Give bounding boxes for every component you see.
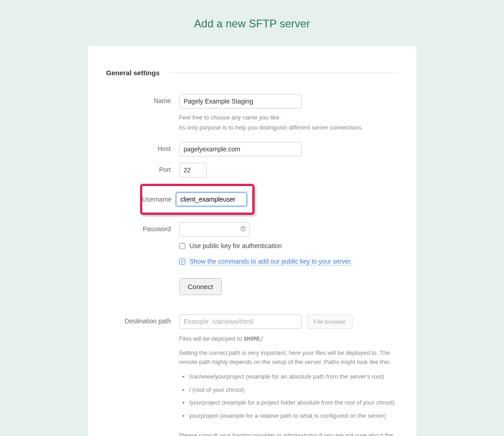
- destination-description: Setting the correct path is very importa…: [179, 348, 398, 367]
- username-label: Username: [142, 196, 176, 203]
- info-icon: ?: [179, 259, 185, 265]
- deploy-note: Files will be deployed to $HOME/: [179, 335, 398, 342]
- deploy-code: $HOME/: [244, 336, 263, 342]
- deploy-prefix: Files will be deployed to: [179, 335, 244, 342]
- connect-button[interactable]: Connect: [179, 278, 222, 295]
- username-highlight: Username: [140, 184, 255, 215]
- svg-point-1: [242, 227, 244, 228]
- path-example: yourproject (example for a relative path…: [189, 411, 398, 420]
- section-title: General settings: [106, 69, 169, 77]
- section-header: General settings: [106, 69, 398, 77]
- name-input[interactable]: [179, 94, 301, 109]
- name-help-2: Its only purpose is to help you distingu…: [179, 123, 398, 132]
- password-manager-icon[interactable]: [240, 226, 246, 234]
- file-browser-button[interactable]: File browser: [307, 315, 353, 329]
- path-example: /var/www/yourproject (example for an abs…: [189, 372, 398, 381]
- section-divider: [169, 73, 398, 73]
- show-commands-link[interactable]: Show the commands to add our public key …: [190, 258, 352, 265]
- page-title: Add a new SFTP server: [0, 17, 504, 30]
- host-input[interactable]: [179, 142, 301, 156]
- public-key-checkbox[interactable]: [179, 243, 185, 249]
- path-example: /yourproject (example for a project fold…: [189, 398, 398, 407]
- username-input[interactable]: [176, 192, 247, 206]
- port-label: Port: [106, 163, 179, 173]
- port-input[interactable]: [179, 163, 207, 177]
- destination-label: Destination path: [106, 314, 179, 325]
- path-example: / (root of your chroot): [189, 385, 398, 394]
- public-key-label: Use public key for authentication: [190, 242, 282, 249]
- settings-panel: General settings Name Feel free to choos…: [88, 46, 416, 436]
- path-examples-list: /var/www/yourproject (example for an abs…: [179, 372, 398, 420]
- password-label: Password: [106, 222, 179, 233]
- host-label: Host: [106, 142, 179, 152]
- password-input[interactable]: [179, 222, 250, 237]
- destination-input[interactable]: [179, 314, 301, 329]
- name-help-1: Feel free to choose any name you like.: [179, 113, 398, 122]
- consult-text: Please consult your hosting provider or …: [179, 431, 398, 436]
- name-label: Name: [106, 94, 179, 104]
